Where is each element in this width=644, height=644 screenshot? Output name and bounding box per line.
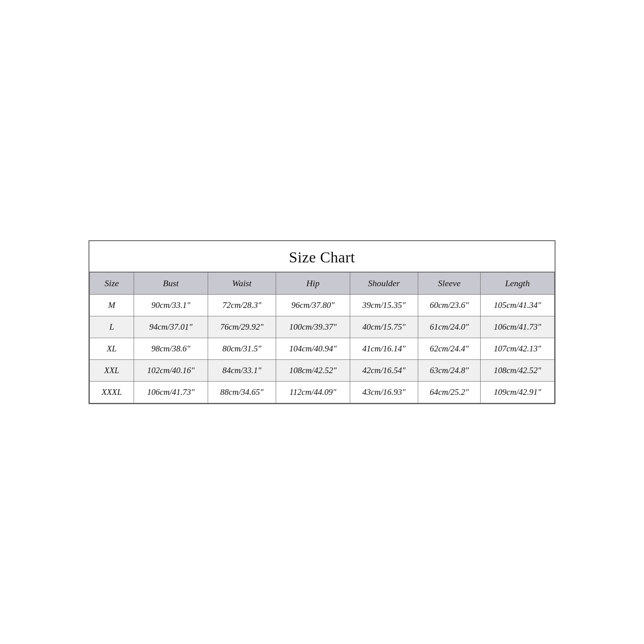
cell-bust: 98cm/38.6" <box>134 338 208 359</box>
chart-title: Size Chart <box>289 249 355 266</box>
cell-hip: 108cm/42.52" <box>276 359 350 381</box>
cell-bust: 106cm/41.73" <box>134 381 208 403</box>
header-length: Length <box>481 272 555 294</box>
cell-shoulder: 41cm/16.14" <box>350 338 418 359</box>
cell-size: XXXL <box>90 381 134 403</box>
cell-sleeve: 62cm/24.4" <box>418 338 481 359</box>
cell-length: 107cm/42.13" <box>481 338 555 359</box>
cell-shoulder: 42cm/16.54" <box>350 359 418 381</box>
cell-hip: 96cm/37.80" <box>276 294 350 316</box>
cell-waist: 84cm/33.1" <box>208 359 276 381</box>
cell-sleeve: 64cm/25.2" <box>418 381 481 403</box>
cell-length: 105cm/41.34" <box>481 294 555 316</box>
cell-shoulder: 43cm/16.93" <box>350 381 418 403</box>
cell-waist: 80cm/31.5" <box>208 338 276 359</box>
header-hip: Hip <box>276 272 350 294</box>
cell-waist: 88cm/34.65" <box>208 381 276 403</box>
cell-bust: 102cm/40.16" <box>134 359 208 381</box>
cell-bust: 90cm/33.1" <box>134 294 208 316</box>
header-waist: Waist <box>208 272 276 294</box>
header-sleeve: Sleeve <box>418 272 481 294</box>
cell-length: 106cm/41.73" <box>481 316 555 338</box>
cell-shoulder: 39cm/15.35" <box>350 294 418 316</box>
table-header-row: Size Bust Waist Hip Shoulder Sleeve Leng… <box>90 272 555 294</box>
cell-hip: 112cm/44.09" <box>276 381 350 403</box>
cell-sleeve: 60cm/23.6" <box>418 294 481 316</box>
cell-size: M <box>90 294 134 316</box>
page-wrapper: Size Chart Size Bust Waist Hip Shoulder … <box>0 0 644 644</box>
size-table: Size Bust Waist Hip Shoulder Sleeve Leng… <box>89 272 555 403</box>
cell-length: 109cm/42.91" <box>481 381 555 403</box>
chart-title-row: Size Chart <box>89 241 555 272</box>
cell-size: XL <box>90 338 134 359</box>
header-shoulder: Shoulder <box>350 272 418 294</box>
cell-length: 108cm/42.52" <box>481 359 555 381</box>
cell-hip: 100cm/39.37" <box>276 316 350 338</box>
size-chart-container: Size Chart Size Bust Waist Hip Shoulder … <box>89 240 555 404</box>
cell-size: L <box>90 316 134 338</box>
cell-bust: 94cm/37.01" <box>134 316 208 338</box>
cell-waist: 76cm/29.92" <box>208 316 276 338</box>
cell-size: XXL <box>90 359 134 381</box>
header-bust: Bust <box>134 272 208 294</box>
header-size: Size <box>90 272 134 294</box>
table-row: XXXL106cm/41.73"88cm/34.65"112cm/44.09"4… <box>90 381 555 403</box>
table-row: L94cm/37.01"76cm/29.92"100cm/39.37"40cm/… <box>90 316 555 338</box>
cell-sleeve: 63cm/24.8" <box>418 359 481 381</box>
cell-shoulder: 40cm/15.75" <box>350 316 418 338</box>
cell-sleeve: 61cm/24.0" <box>418 316 481 338</box>
cell-hip: 104cm/40.94" <box>276 338 350 359</box>
cell-waist: 72cm/28.3" <box>208 294 276 316</box>
table-row: XXL102cm/40.16"84cm/33.1"108cm/42.52"42c… <box>90 359 555 381</box>
table-row: XL98cm/38.6"80cm/31.5"104cm/40.94"41cm/1… <box>90 338 555 359</box>
table-row: M90cm/33.1"72cm/28.3"96cm/37.80"39cm/15.… <box>90 294 555 316</box>
